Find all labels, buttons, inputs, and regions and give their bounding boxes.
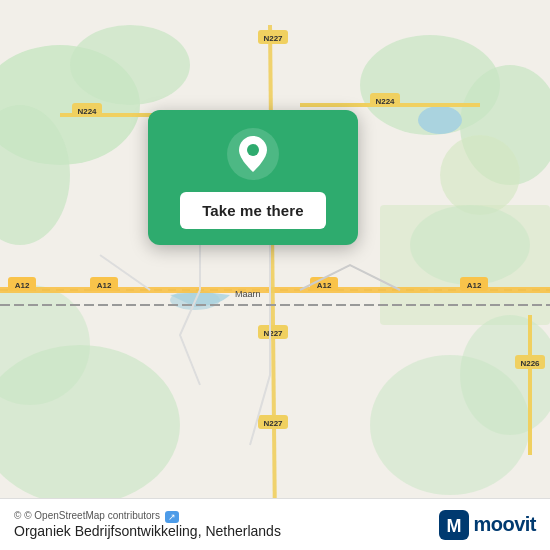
svg-text:N226: N226 [520,359,540,368]
svg-text:N227: N227 [263,34,283,43]
moovit-logo: M moovit [439,510,536,540]
svg-text:A12: A12 [317,281,332,290]
svg-text:N224: N224 [375,97,395,106]
external-link-icon[interactable]: ↗ [165,511,179,523]
moovit-icon: M [439,510,469,540]
svg-point-37 [247,144,259,156]
location-label: Organiek Bedrijfsontwikkeling, Netherlan… [14,523,281,539]
svg-text:N227: N227 [263,419,283,428]
bottom-info: © © OpenStreetMap contributors ↗ Organie… [14,510,281,538]
svg-point-3 [70,25,190,105]
svg-text:N224: N224 [77,107,97,116]
svg-text:A12: A12 [467,281,482,290]
map-container: A12 A12 A12 A12 N227 N227 N227 N224 N224… [0,0,550,550]
svg-text:A12: A12 [15,281,30,290]
svg-text:Maarn: Maarn [235,289,261,299]
bottom-bar: © © OpenStreetMap contributors ↗ Organie… [0,498,550,550]
svg-point-7 [418,106,462,134]
popup-card: Take me there [148,110,358,245]
svg-text:N227: N227 [263,329,283,338]
osm-text: © OpenStreetMap contributors [24,510,160,521]
osm-attribution: © © OpenStreetMap contributors ↗ [14,510,281,522]
map-background: A12 A12 A12 A12 N227 N227 N227 N224 N224… [0,0,550,550]
take-me-there-button[interactable]: Take me there [180,192,326,229]
location-pin-icon [227,128,279,180]
svg-text:A12: A12 [97,281,112,290]
svg-point-9 [410,205,530,285]
copyright-symbol: © [14,510,21,521]
moovit-wordmark: moovit [473,513,536,536]
svg-point-6 [440,135,520,215]
svg-text:M: M [447,516,462,536]
